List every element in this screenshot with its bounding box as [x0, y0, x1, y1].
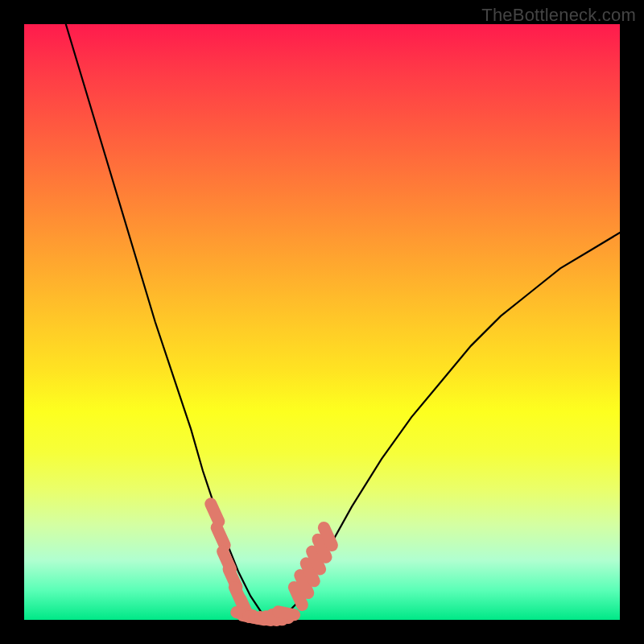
curve-layer — [66, 24, 620, 620]
right-marker-band-dot — [324, 527, 332, 545]
plot-area — [24, 24, 620, 620]
floor-marker-band-dot — [279, 612, 295, 615]
marker-layer — [211, 504, 332, 621]
left-marker-band-dot — [217, 527, 225, 545]
chart-svg — [24, 24, 620, 620]
left-curve — [66, 24, 275, 620]
watermark-text: TheBottleneck.com — [481, 5, 636, 26]
left-marker-band-dot — [211, 504, 219, 522]
chart-frame: TheBottleneck.com — [0, 0, 644, 644]
